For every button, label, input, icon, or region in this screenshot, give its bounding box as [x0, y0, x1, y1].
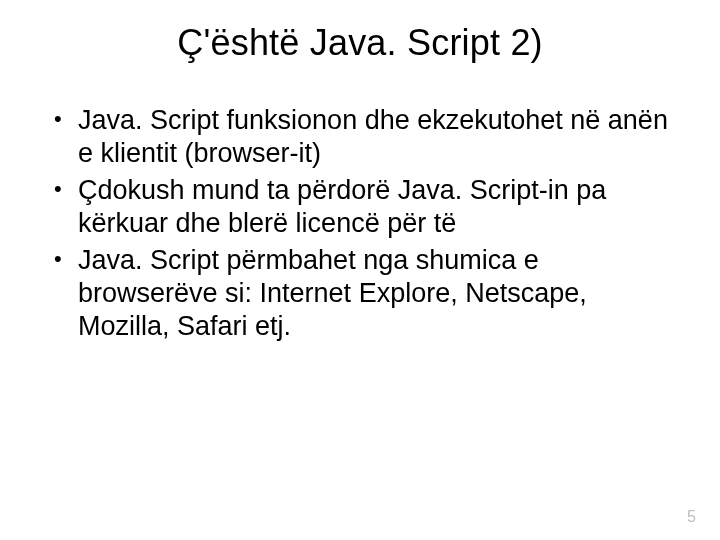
bullet-item: Java. Script funksionon dhe ekzekutohet … — [50, 104, 670, 170]
page-number: 5 — [687, 508, 696, 526]
bullet-item: Java. Script përmbahet nga shumica e bro… — [50, 244, 670, 343]
bullet-item: Çdokush mund ta përdorë Java. Script-in … — [50, 174, 670, 240]
bullet-list: Java. Script funksionon dhe ekzekutohet … — [50, 104, 670, 343]
slide-title: Ç'është Java. Script 2) — [0, 0, 720, 74]
slide-body: Java. Script funksionon dhe ekzekutohet … — [0, 74, 720, 343]
slide: Ç'është Java. Script 2) Java. Script fun… — [0, 0, 720, 540]
